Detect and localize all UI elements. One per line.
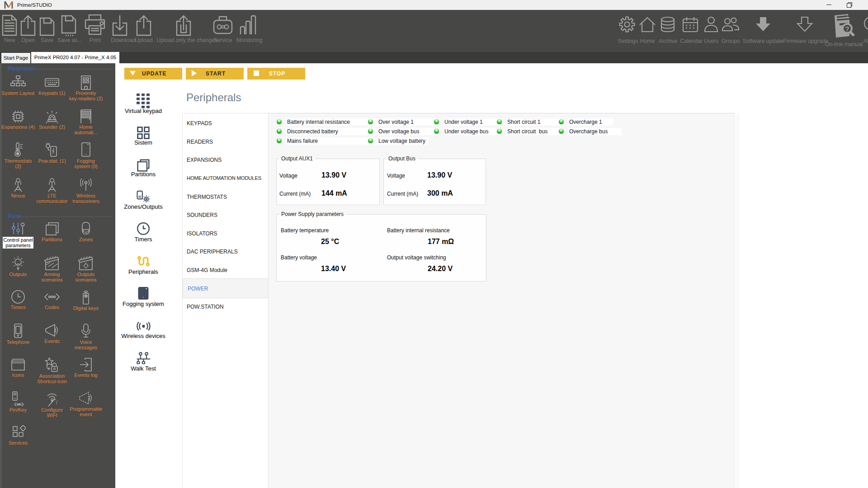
svg-text:?: ? [845,25,849,33]
